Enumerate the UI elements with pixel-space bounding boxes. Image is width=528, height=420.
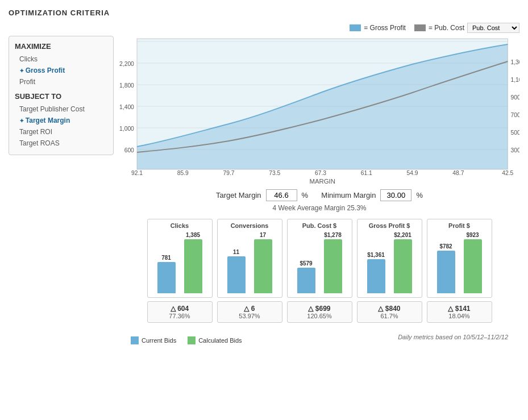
metric-card-1: Conversions1117 bbox=[217, 219, 282, 298]
sidebar-item-target-roas[interactable]: Target ROAS bbox=[15, 138, 107, 149]
min-margin-input[interactable] bbox=[380, 189, 411, 201]
current-bar-4 bbox=[437, 251, 455, 293]
bar-chart-3: $1,361$2,201 bbox=[360, 232, 419, 294]
target-margin-label: Target Margin bbox=[216, 191, 261, 199]
calc-bar-label-0: 1,385 bbox=[186, 232, 200, 238]
svg-text:1,100: 1,100 bbox=[510, 77, 519, 83]
delta-value-3: △ $840 bbox=[359, 305, 420, 313]
current-bar-label-1: 11 bbox=[233, 249, 239, 255]
metric-card-0: Clicks7811,385 bbox=[147, 219, 213, 298]
target-margin-input[interactable] bbox=[266, 189, 297, 201]
bar-chart-4: $782$923 bbox=[430, 232, 489, 294]
svg-text:85.9: 85.9 bbox=[177, 170, 189, 176]
delta-pct-4: 18.04% bbox=[429, 313, 490, 319]
calc-bids-box bbox=[188, 336, 196, 344]
svg-text:300: 300 bbox=[510, 147, 519, 153]
current-bar-col-0: 781 bbox=[157, 255, 176, 293]
delta-value-4: △ $141 bbox=[429, 305, 490, 313]
subject-to-title: SUBJECT TO bbox=[15, 92, 107, 101]
current-bids-legend: Current Bids bbox=[131, 336, 176, 344]
maximize-title: MAXIMIZE bbox=[15, 42, 107, 51]
gross-profit-legend-box bbox=[350, 24, 361, 31]
min-margin-label: Minimum Margin bbox=[321, 191, 376, 199]
chart-area: 600 1,000 1,400 1,800 2,200 300 500 700 … bbox=[119, 36, 519, 344]
current-bar-3 bbox=[367, 259, 385, 293]
metric-delta-0: △ 60477.36% bbox=[147, 301, 213, 323]
svg-text:61.1: 61.1 bbox=[361, 170, 372, 176]
svg-text:1,400: 1,400 bbox=[119, 104, 134, 110]
svg-text:500: 500 bbox=[510, 130, 519, 136]
metric-card-2: Pub. Cost $$579$1,278 bbox=[287, 219, 352, 298]
delta-pct-0: 77.36% bbox=[149, 313, 210, 319]
svg-text:48.7: 48.7 bbox=[452, 170, 464, 176]
svg-text:92.1: 92.1 bbox=[131, 170, 143, 176]
calc-bar-3 bbox=[394, 239, 412, 293]
svg-text:73.5: 73.5 bbox=[269, 170, 280, 176]
calc-bar-label-2: $1,278 bbox=[324, 232, 342, 238]
delta-pct-3: 61.7% bbox=[359, 313, 420, 319]
current-bar-label-3: $1,361 bbox=[367, 252, 385, 258]
metric-delta-1: △ 653.97% bbox=[217, 301, 282, 323]
metric-title-1: Conversions bbox=[221, 222, 279, 229]
calc-bar-col-4: $923 bbox=[464, 232, 482, 293]
gross-profit-legend: = Gross Profit bbox=[350, 24, 406, 32]
pub-cost-legend: = Pub. Cost Pub. Cost Clicks Conversions bbox=[414, 23, 519, 33]
sidebar-item-profit[interactable]: Profit bbox=[15, 76, 107, 88]
current-bar-col-1: 11 bbox=[227, 249, 246, 293]
delta-value-2: △ $699 bbox=[289, 305, 350, 313]
min-margin-unit: % bbox=[416, 191, 423, 199]
calc-bar-col-0: 1,385 bbox=[184, 232, 202, 293]
main-container: OPTIMIZATION CRITERIA = Gross Profit = P… bbox=[0, 0, 528, 420]
metric-title-0: Clicks bbox=[151, 222, 209, 229]
main-layout: MAXIMIZE Clicks Gross Profit Profit SUBJ… bbox=[9, 36, 519, 344]
current-bids-box bbox=[131, 336, 139, 344]
calc-bids-label: Calculated Bids bbox=[198, 337, 242, 344]
sidebar-item-target-roi[interactable]: Target ROI bbox=[15, 126, 107, 138]
svg-text:600: 600 bbox=[124, 147, 135, 153]
delta-value-0: △ 604 bbox=[149, 305, 210, 313]
svg-text:1,000: 1,000 bbox=[119, 126, 134, 132]
bar-chart-1: 1117 bbox=[221, 232, 279, 294]
sidebar-item-target-pub-cost[interactable]: Target Publisher Cost bbox=[15, 103, 107, 115]
page-title: OPTIMIZATION CRITERIA bbox=[9, 9, 519, 17]
metric-title-4: Profit $ bbox=[430, 222, 489, 229]
calc-bar-2 bbox=[324, 239, 342, 293]
svg-text:700: 700 bbox=[510, 112, 519, 118]
calc-bar-1 bbox=[254, 239, 272, 293]
svg-text:42.5: 42.5 bbox=[502, 170, 513, 176]
bottom-row: Current Bids Calculated Bids Daily metri… bbox=[119, 330, 519, 344]
calc-bar-col-1: 17 bbox=[254, 232, 272, 293]
pub-cost-dropdown[interactable]: Pub. Cost Clicks Conversions bbox=[467, 23, 519, 33]
calc-bar-col-2: $1,278 bbox=[324, 232, 342, 293]
daily-note: Daily metrics based on 10/5/12–11/2/12 bbox=[398, 334, 508, 340]
bottom-legend: Current Bids Calculated Bids bbox=[131, 336, 242, 344]
metric-delta-2: △ $699120.65% bbox=[287, 301, 352, 323]
svg-text:MARGIN: MARGIN bbox=[309, 178, 335, 184]
current-bar-label-2: $579 bbox=[300, 260, 312, 267]
metric-card-4: Profit $$782$923 bbox=[427, 219, 492, 298]
current-bids-label: Current Bids bbox=[142, 337, 176, 344]
metrics-row: Clicks7811,385Conversions1117Pub. Cost $… bbox=[119, 219, 519, 298]
calc-bar-label-4: $923 bbox=[466, 232, 479, 238]
metric-title-2: Pub. Cost $ bbox=[290, 222, 349, 229]
pub-cost-legend-label: = Pub. Cost bbox=[429, 24, 464, 32]
target-margin-row: Target Margin % Minimum Margin % bbox=[119, 189, 519, 201]
sidebar: MAXIMIZE Clicks Gross Profit Profit SUBJ… bbox=[9, 36, 114, 155]
current-bar-2 bbox=[297, 268, 315, 293]
sidebar-item-gross-profit[interactable]: Gross Profit bbox=[15, 65, 107, 76]
current-bar-col-2: $579 bbox=[297, 260, 315, 293]
delta-pct-2: 120.65% bbox=[289, 313, 350, 319]
metric-delta-3: △ $84061.7% bbox=[357, 301, 422, 323]
calc-bids-legend: Calculated Bids bbox=[188, 336, 242, 344]
pub-cost-legend-box bbox=[414, 24, 426, 31]
metric-title-3: Gross Profit $ bbox=[360, 222, 419, 229]
current-bar-0 bbox=[157, 262, 176, 293]
metric-delta-4: △ $14118.04% bbox=[427, 301, 492, 323]
sidebar-item-clicks[interactable]: Clicks bbox=[15, 53, 107, 65]
sidebar-item-target-margin[interactable]: Target Margin bbox=[15, 115, 107, 126]
svg-text:900: 900 bbox=[510, 94, 519, 101]
svg-text:1,300: 1,300 bbox=[510, 59, 519, 65]
metric-card-3: Gross Profit $$1,361$2,201 bbox=[357, 219, 422, 298]
svg-text:1,800: 1,800 bbox=[119, 82, 134, 89]
svg-text:54.9: 54.9 bbox=[407, 170, 418, 176]
